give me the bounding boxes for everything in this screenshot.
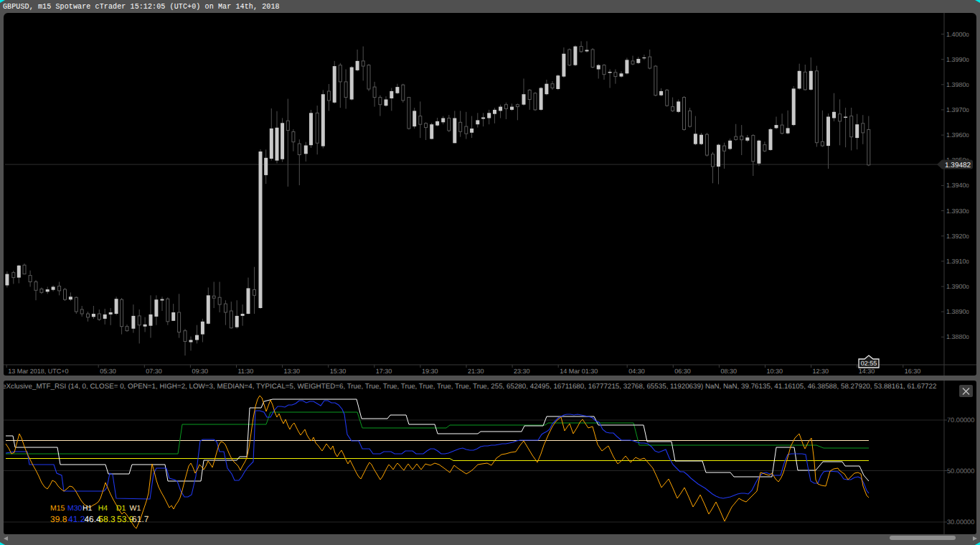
svg-text:17:30: 17:30 xyxy=(376,368,392,375)
svg-text:1.40000: 1.40000 xyxy=(946,31,969,38)
svg-text:W1: W1 xyxy=(130,504,141,513)
svg-text:1.39400: 1.39400 xyxy=(946,182,969,189)
svg-text:19:30: 19:30 xyxy=(422,368,438,375)
svg-text:02:55: 02:55 xyxy=(861,360,877,367)
svg-text:M15: M15 xyxy=(50,504,65,513)
svg-text:23:30: 23:30 xyxy=(514,368,530,375)
svg-text:04:30: 04:30 xyxy=(628,368,645,375)
svg-text:58.3: 58.3 xyxy=(98,514,116,524)
svg-text:1.38900: 1.38900 xyxy=(946,308,969,315)
svg-text:39.8: 39.8 xyxy=(50,514,67,524)
svg-text:10:30: 10:30 xyxy=(767,368,783,375)
svg-text:1.39600: 1.39600 xyxy=(946,131,969,139)
svg-text:1.38800: 1.38800 xyxy=(946,333,969,340)
svg-text:13 Mar 2018, UTC+0: 13 Mar 2018, UTC+0 xyxy=(8,368,68,375)
svg-text:H4: H4 xyxy=(98,504,108,513)
svg-text:1.39482: 1.39482 xyxy=(945,162,971,169)
svg-text:50.00000: 50.00000 xyxy=(947,467,974,475)
svg-text:1.39000: 1.39000 xyxy=(946,283,969,290)
svg-text:70.00000: 70.00000 xyxy=(947,416,974,424)
svg-text:1.39900: 1.39900 xyxy=(946,56,969,63)
svg-text:13:30: 13:30 xyxy=(284,368,301,375)
svg-text:11:30: 11:30 xyxy=(238,368,254,375)
svg-text:16:30: 16:30 xyxy=(905,368,921,375)
svg-text:61.7: 61.7 xyxy=(132,514,149,524)
svg-text:07:30: 07:30 xyxy=(146,368,162,375)
svg-text:14 Mar 01:30: 14 Mar 01:30 xyxy=(560,368,598,375)
svg-text:1.39800: 1.39800 xyxy=(946,81,969,88)
svg-text:1.39300: 1.39300 xyxy=(946,208,969,215)
svg-text:H1: H1 xyxy=(83,504,93,513)
svg-text:M30: M30 xyxy=(67,504,83,513)
svg-text:1.39100: 1.39100 xyxy=(946,258,969,265)
svg-text:1.39200: 1.39200 xyxy=(946,233,969,240)
svg-text:15:30: 15:30 xyxy=(330,368,347,375)
svg-text:21:30: 21:30 xyxy=(468,368,484,375)
svg-text:eXclusive_MTF_RSI (14, 0, CLOS: eXclusive_MTF_RSI (14, 0, CLOSE= 0, OPEN… xyxy=(4,383,936,391)
svg-text:06:30: 06:30 xyxy=(674,368,691,375)
svg-text:1.39700: 1.39700 xyxy=(946,106,969,113)
svg-text:12:30: 12:30 xyxy=(813,368,829,375)
svg-text:D1: D1 xyxy=(116,504,126,513)
svg-text:41.2: 41.2 xyxy=(68,514,85,524)
svg-text:14:30: 14:30 xyxy=(859,368,875,375)
svg-text:30.00000: 30.00000 xyxy=(947,518,974,526)
svg-text:09:30: 09:30 xyxy=(192,368,208,375)
svg-text:08:30: 08:30 xyxy=(720,368,737,375)
svg-text:05:30: 05:30 xyxy=(100,368,116,375)
